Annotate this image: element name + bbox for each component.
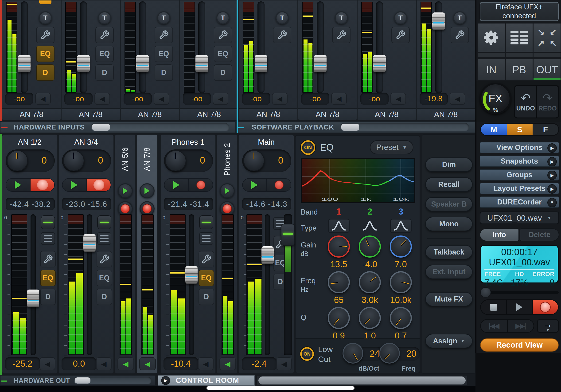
mini-fader-knob[interactable]: [97, 215, 111, 229]
chevron-right-icon[interactable]: ▶: [547, 171, 557, 180]
main-volume-fader-handle[interactable]: [281, 224, 295, 246]
chevron-down-icon[interactable]: ▼: [547, 198, 557, 207]
eq-on-toggle[interactable]: ON: [301, 140, 315, 155]
record-arm-button[interactable]: [267, 179, 291, 191]
cue-play-button[interactable]: [220, 183, 235, 198]
control-room-talkback-button[interactable]: Talkback: [425, 245, 473, 260]
output-fader-handle[interactable]: [185, 266, 198, 284]
playback-slider-thumb[interactable]: [480, 287, 491, 297]
collapse-strip-button[interactable]: ◀: [213, 93, 228, 105]
sidebar-menu-snapshots[interactable]: Snapshots▶: [480, 156, 559, 167]
gain-value-readout[interactable]: -oo: [5, 93, 33, 105]
stop-button[interactable]: [481, 300, 506, 314]
channel-fader-track[interactable]: [258, 1, 265, 93]
channel-settings-button[interactable]: [97, 251, 112, 267]
trim-gain-button[interactable]: T: [394, 11, 407, 24]
channel-settings-button[interactable]: [36, 27, 54, 43]
hardware-output-scrollbar[interactable]: [74, 377, 151, 384]
redo-button[interactable]: ↷ REDO: [537, 86, 558, 118]
channel-fader-track[interactable]: [376, 1, 383, 93]
eq-button[interactable]: EQ: [198, 270, 214, 286]
channel-settings-button[interactable]: [95, 27, 114, 43]
eq-button[interactable]: EQ: [36, 46, 54, 62]
collapse-strip-button[interactable]: ◀: [35, 93, 51, 105]
dynamics-button[interactable]: D: [214, 64, 232, 81]
chevron-right-icon[interactable]: ▶: [547, 157, 557, 166]
record-arm-button[interactable]: [140, 201, 155, 216]
output-fader-track[interactable]: [265, 214, 270, 355]
sidebar-menu-layout-presets[interactable]: Layout Presets▶: [480, 183, 559, 194]
gain-value-readout[interactable]: -oo: [301, 93, 329, 105]
eq-button[interactable]: EQ: [40, 270, 56, 286]
collapse-strip-button[interactable]: ◀: [276, 357, 292, 370]
channel-fader-handle[interactable]: [136, 55, 149, 72]
cue-play-button[interactable]: [118, 183, 133, 198]
mute-group-button[interactable]: M: [481, 124, 507, 135]
control-room-ext-input-button[interactable]: Ext. Input: [425, 265, 473, 279]
channel-fader-track[interactable]: [139, 1, 146, 93]
gain-value-readout[interactable]: -oo: [183, 93, 211, 105]
file-delete-button[interactable]: Delete: [520, 229, 559, 241]
eq-band-2-gain-knob[interactable]: [359, 236, 381, 258]
output-fader-db-value[interactable]: -2.4: [242, 357, 277, 370]
channel-fader-track[interactable]: [80, 1, 87, 93]
hardware-output-scroll-thumb[interactable]: [75, 377, 90, 383]
undo-button[interactable]: ↶ UNDO: [515, 86, 537, 118]
output-fader-db-value[interactable]: 0.0: [62, 357, 96, 370]
channel-fader-handle[interactable]: [195, 55, 208, 72]
channel-settings-button[interactable]: [214, 27, 232, 43]
layer-out-button[interactable]: OUT: [534, 59, 561, 80]
gain-value-readout[interactable]: -oo: [360, 93, 388, 105]
eq-band-2-freq-knob[interactable]: [359, 271, 381, 293]
output-fader-track[interactable]: [31, 214, 36, 355]
control-room-assign-button[interactable]: Assign▼: [425, 334, 473, 348]
play-button[interactable]: [506, 300, 533, 314]
channel-fader-track[interactable]: [198, 1, 205, 93]
expand-strip-button[interactable]: ◀: [118, 357, 134, 370]
cue-play-button[interactable]: [140, 183, 155, 198]
low-cut-slope-knob[interactable]: [343, 343, 363, 364]
eq-band-3-freq-knob[interactable]: [390, 271, 412, 293]
eq-band-3-type-button[interactable]: [390, 219, 412, 233]
collapse-strip-button[interactable]: ◀: [198, 357, 214, 370]
auto-advance-button[interactable]: → ▼: [537, 319, 559, 333]
bottom-scrollbar[interactable]: [257, 375, 467, 386]
eq-band-1-type-button[interactable]: [328, 219, 350, 233]
bottom-scrollbar-thumb[interactable]: [259, 377, 466, 384]
sidebar-menu-view-options[interactable]: View Options▶: [480, 142, 559, 153]
cue-play-button[interactable]: [243, 179, 267, 191]
dynamics-button[interactable]: D: [95, 64, 114, 81]
software-playback-scrollbar[interactable]: [340, 123, 469, 131]
gain-value-readout[interactable]: -oo: [124, 93, 152, 105]
cue-play-button[interactable]: [63, 179, 87, 191]
output-fader-db-value[interactable]: -10.4: [163, 357, 198, 370]
gain-value-readout[interactable]: -oo: [242, 93, 270, 105]
dynamics-button[interactable]: D: [40, 289, 56, 305]
playback-slider-track[interactable]: [480, 291, 559, 294]
channel-menu-button[interactable]: [199, 232, 213, 245]
trim-gain-button[interactable]: T: [216, 11, 229, 24]
output-fader-db-value[interactable]: -25.2: [5, 357, 40, 370]
gain-value-readout[interactable]: -oo: [64, 93, 93, 105]
pan-knob[interactable]: [243, 150, 265, 171]
channel-settings-button[interactable]: [198, 251, 214, 267]
channel-layout-button[interactable]: [506, 23, 533, 52]
expand-strip-button[interactable]: ◀: [139, 357, 156, 370]
control-room-mono-button[interactable]: Mono: [425, 217, 473, 231]
settings-button[interactable]: [478, 23, 505, 52]
playback-position-slider[interactable]: [480, 287, 559, 297]
channel-fader-handle[interactable]: [432, 12, 445, 30]
channel-fader-track[interactable]: [317, 1, 324, 93]
record-arm-button[interactable]: [189, 179, 213, 191]
chevron-right-icon[interactable]: ▶: [547, 143, 557, 153]
dynamics-button[interactable]: D: [198, 289, 214, 305]
skip-forward-button[interactable]: ▶▶|: [508, 320, 534, 332]
output-fader-handle[interactable]: [83, 234, 96, 252]
channel-menu-button[interactable]: [41, 232, 55, 245]
dynamics-button[interactable]: D: [36, 64, 54, 81]
channel-fader-handle[interactable]: [255, 55, 267, 72]
eq-band-3-gain-knob[interactable]: [390, 236, 412, 258]
channel-settings-button[interactable]: [40, 251, 56, 267]
trim-gain-button[interactable]: T: [453, 11, 466, 24]
collapse-strip-button[interactable]: ◀: [154, 93, 169, 105]
